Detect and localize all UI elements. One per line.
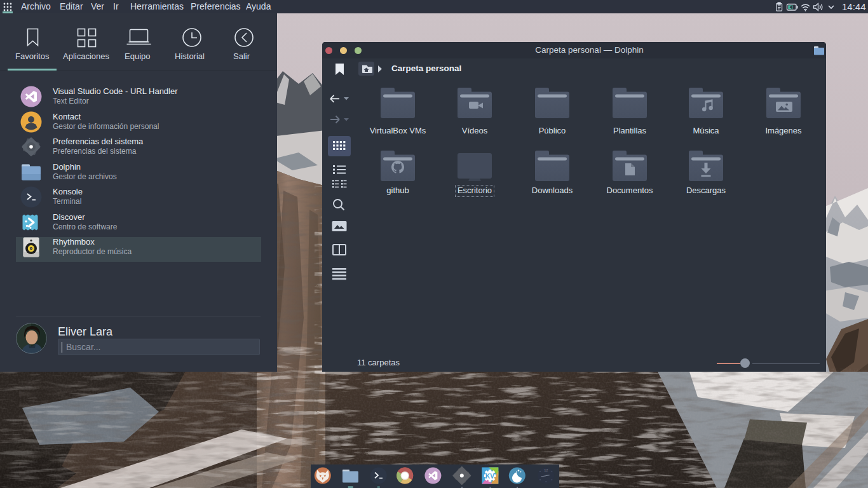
svg-text:12: 12 bbox=[544, 468, 548, 472]
svg-text:KV: KV bbox=[485, 473, 494, 480]
